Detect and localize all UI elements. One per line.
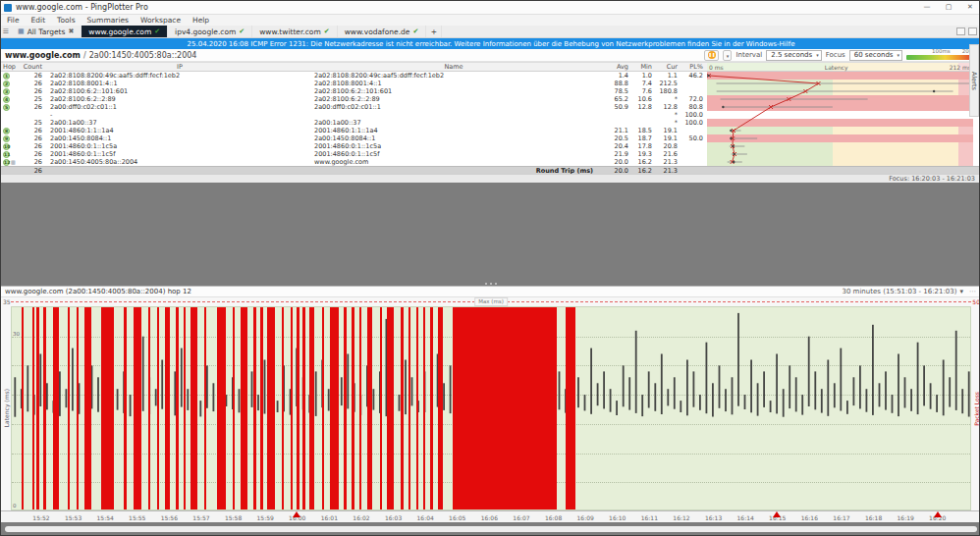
latency-bar [628, 377, 630, 409]
tab-ipv4.google.com[interactable]: ipv4.google.com✔ [168, 26, 252, 37]
table-row[interactable]: 4252a02:8100:6:2::2:892a02:8100:6:2::2:8… [1, 95, 980, 103]
header-pl[interactable]: PL% [678, 63, 703, 71]
latency-bar [341, 377, 343, 405]
min-cell: 10.6 [628, 95, 652, 103]
close-icon[interactable]: ✕ [959, 1, 980, 14]
scale-mode-label[interactable]: Max (ms) [474, 297, 508, 306]
hop-badge: 2 [3, 80, 10, 87]
table-row[interactable]: 2262a02:8108:8001:4::12a02:8108:8001:4::… [1, 80, 980, 87]
hop-cell: 1 [1, 73, 23, 80]
latency-bar [846, 401, 848, 414]
latency-bar [264, 360, 266, 414]
table-row[interactable]: 11262001:4860:0:1::1c5f2001:4860:0:1::1c… [1, 150, 980, 158]
table-row[interactable]: 10262001:4860:0:1::1c5a2001:4860:0:1::1c… [1, 142, 980, 150]
tab-all-targets[interactable]: ▦ All Targets ✖ [11, 26, 82, 37]
header-cur[interactable]: Cur [652, 63, 678, 71]
packet-loss-stripe [204, 307, 206, 509]
min-cell: 1.0 [628, 72, 652, 80]
layout-icon-2[interactable] [968, 27, 977, 35]
header-ip[interactable]: IP [42, 63, 309, 71]
count-cell: 25 [23, 95, 42, 103]
time-tick: 15:58 [225, 514, 242, 521]
horizontal-scrollbar[interactable] [5, 526, 977, 532]
tab-www.google.com[interactable]: www.google.com✔ [82, 26, 168, 37]
latency-bar [405, 360, 407, 415]
packet-loss-stripe [380, 307, 382, 509]
hop-cell: 9 [1, 135, 23, 142]
table-row[interactable]: 5262a00:dff0:c02:c01::12a00:dff0:c02:c01… [1, 103, 980, 111]
time-tick: 16:18 [865, 514, 882, 521]
tab-www.vodafone.de[interactable]: www.vodafone.de✔ [338, 26, 427, 37]
minimize-icon[interactable]: — [916, 1, 938, 14]
timeline-plot[interactable]: 30 0 [11, 306, 971, 510]
alerts-side-tab[interactable]: Alerts [969, 44, 979, 117]
time-tick: 16:10 [609, 514, 626, 521]
table-row[interactable]: 1262a02:8108:8200:49c:aaf5:ddff:fecf:1eb… [1, 72, 980, 80]
avg-cell: 20.4 [593, 142, 628, 150]
target-graph-icon: ▥ [11, 159, 16, 165]
time-tick: 16:07 [513, 514, 529, 521]
pause-button[interactable]: ❚❚ [704, 50, 719, 61]
latency-cell [707, 80, 973, 87]
menu-item-help[interactable]: Help [187, 15, 215, 26]
table-row[interactable]: 9262a00:1450:8084::12a00:1450:8084::120.… [1, 134, 980, 142]
menu-item-workspace[interactable]: Workspace [135, 15, 187, 26]
loss-scale-max-label: 50 [972, 298, 980, 305]
round-trip-row[interactable]: 26 Round Trip (ms) 20.0 16.2 21.3 [1, 166, 980, 174]
menu-item-tools[interactable]: Tools [51, 15, 81, 26]
ip-cell: 2001:4860:1:1::1a4 [42, 127, 309, 134]
count-cell: 26 [23, 87, 42, 95]
packet-loss-stripe [359, 307, 361, 509]
menu-item-edit[interactable]: Edit [26, 15, 52, 26]
time-tick: 16:08 [545, 514, 562, 521]
hop-badge: 4 [3, 96, 10, 103]
table-row[interactable]: 252a00:1a00::372a00:1a00::37*100.0 [1, 119, 980, 127]
header-count[interactable]: Count [23, 63, 42, 71]
packet-loss-stripe [241, 307, 247, 509]
table-row[interactable]: 8262001:4860:1:1::1a42001:4860:1:1::1a42… [1, 127, 980, 134]
window-title: www.google.com - PingPlotter Pro [16, 3, 148, 12]
alert-triangle-icon[interactable] [934, 511, 942, 517]
latency-bar [827, 360, 829, 416]
header-hop[interactable]: Hop [1, 63, 23, 71]
layout-icon[interactable] [956, 27, 965, 35]
menu-item-file[interactable]: File [1, 15, 26, 26]
interval-select[interactable]: 2.5 seconds ▾ [766, 50, 822, 61]
table-row[interactable]: 12▥262a00:1450:4005:80a::2004www.google.… [1, 158, 980, 166]
latency-bar [623, 365, 625, 406]
avg-cell: 1.4 [593, 72, 628, 80]
packet-loss-stripe [157, 307, 159, 509]
time-tick: 15:52 [32, 514, 49, 521]
hop-cell: 12▥ [1, 159, 23, 166]
scale-band: 35 Max (ms) 50 [1, 297, 980, 306]
header-min[interactable]: Min [628, 63, 652, 71]
packet-loss-stripe [267, 307, 275, 509]
alert-triangle-icon[interactable] [293, 511, 300, 517]
maximize-icon[interactable]: ▢ [938, 1, 959, 14]
header-avg[interactable]: Avg [593, 63, 628, 71]
latency-bar [199, 401, 201, 416]
latency-cell [707, 150, 973, 158]
pause-dropdown-icon[interactable]: ▾ [723, 50, 732, 61]
trace-table-header: Hop Count IP Name Avg Min Cur PL% 0 ms L… [1, 62, 980, 72]
latency-cell [707, 158, 973, 166]
timeline-range[interactable]: 30 minutes (15:51:03 - 16:21:03) ▾ [842, 288, 963, 295]
latency-bar [213, 383, 215, 411]
menu-grip-icon[interactable]: ☰ [1, 26, 11, 37]
table-row[interactable]: 3262a02:8100:6:2::101:6012a02:8100:6:2::… [1, 87, 980, 95]
packet-loss-stripe [302, 307, 304, 509]
latency-bar [961, 389, 963, 413]
timeline-menu-icon[interactable]: ⋯ [969, 288, 977, 295]
table-row[interactable]: -*100.0 [1, 111, 980, 119]
alert-triangle-icon[interactable] [773, 511, 781, 517]
packet-loss-stripe [423, 307, 425, 509]
menu-item-summaries[interactable]: Summaries [82, 15, 135, 26]
tab-www.twitter.com[interactable]: www.twitter.com✔ [252, 26, 337, 37]
header-name[interactable]: Name [309, 63, 593, 71]
focus-select[interactable]: 60 seconds ▾ [849, 50, 902, 61]
new-tab-button[interactable]: + [426, 26, 442, 37]
close-tab-icon[interactable]: ✖ [68, 27, 74, 35]
avg-cell: 20.5 [593, 134, 628, 142]
header-latency: 0 ms Latency 212 ms [707, 63, 973, 71]
notification-bar[interactable]: 25.04.2020 16:08 ICMP Error 1231: Die Ne… [1, 38, 980, 49]
